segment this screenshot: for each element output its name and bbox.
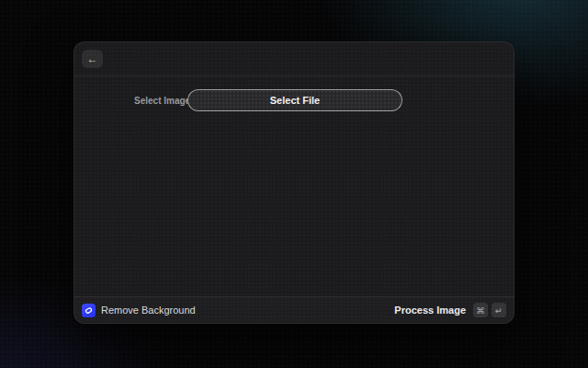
window-header: ←: [74, 42, 514, 76]
remove-background-icon: [82, 304, 96, 317]
extension-window: ← Select Image Select File Remove Backgr…: [74, 41, 514, 324]
select-file-button[interactable]: Select File: [187, 89, 402, 111]
select-image-label: Select Image: [134, 96, 175, 106]
form-content: Select Image Select File: [74, 76, 514, 111]
command-info: Remove Background: [82, 304, 196, 317]
command-title: Remove Background: [101, 305, 196, 316]
process-image-label: Process Image: [394, 305, 466, 316]
cmd-key-icon: ⌘: [473, 303, 488, 317]
action-bar: Remove Background Process Image ⌘ ↵: [74, 296, 514, 323]
form-row-select-image: Select Image Select File: [74, 89, 514, 111]
back-button[interactable]: ←: [82, 50, 103, 68]
back-arrow-icon: ←: [87, 53, 98, 64]
process-image-action[interactable]: Process Image ⌘ ↵: [392, 301, 508, 319]
enter-key-icon: ↵: [492, 303, 506, 317]
